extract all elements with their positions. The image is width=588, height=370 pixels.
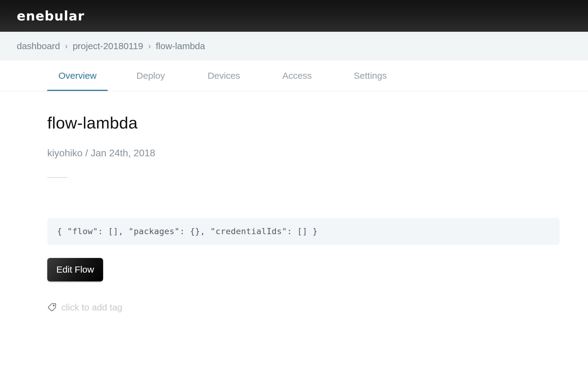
app-header: enebular (0, 0, 588, 32)
tab-devices[interactable]: Devices (194, 60, 254, 91)
divider (47, 177, 67, 178)
breadcrumb-item-flow[interactable]: flow-lambda (156, 41, 205, 51)
page-title: flow-lambda (47, 113, 588, 132)
breadcrumb-separator-icon: › (148, 41, 151, 51)
flow-overview-panel: flow-lambda kiyohiko / Jan 24th, 2018 { … (0, 113, 588, 313)
enebular-logo: enebular (17, 9, 84, 24)
breadcrumb-item-project[interactable]: project-20180119 (73, 41, 143, 51)
tag-icon (47, 303, 56, 312)
flow-byline: kiyohiko / Jan 24th, 2018 (47, 147, 588, 159)
breadcrumb: dashboard › project-20180119 › flow-lamb… (0, 32, 588, 60)
tab-overview[interactable]: Overview (47, 60, 108, 91)
tab-access[interactable]: Access (267, 60, 327, 91)
flow-json-panel: { "flow": [], "packages": {}, "credentia… (47, 218, 560, 245)
flow-json-text: { "flow": [], "packages": {}, "credentia… (57, 227, 318, 236)
tab-settings[interactable]: Settings (340, 60, 400, 91)
edit-flow-button[interactable]: Edit Flow (47, 258, 103, 281)
tab-deploy[interactable]: Deploy (120, 60, 181, 91)
add-tag-control[interactable]: click to add tag (47, 302, 588, 313)
breadcrumb-item-dashboard[interactable]: dashboard (17, 41, 60, 51)
breadcrumb-separator-icon: › (65, 41, 68, 51)
tab-bar: Overview Deploy Devices Access Settings (0, 60, 588, 91)
add-tag-hint: click to add tag (61, 302, 122, 313)
